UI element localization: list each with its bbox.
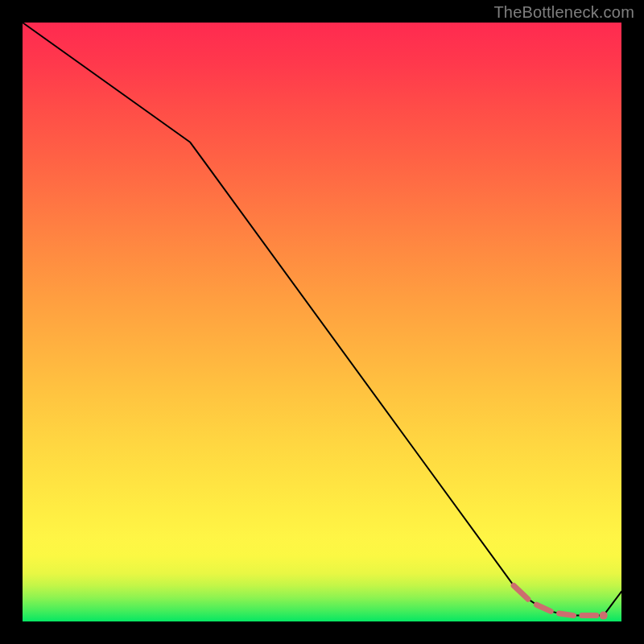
svg-line-1: [536, 605, 551, 611]
highlight-dashes: [514, 585, 597, 615]
bottleneck-curve: [23, 23, 621, 616]
chart-stage: TheBottleneck.com: [0, 0, 644, 644]
svg-line-2: [559, 613, 574, 616]
watermark-text: TheBottleneck.com: [493, 3, 634, 22]
svg-line-0: [514, 585, 528, 599]
chart-svg: [23, 23, 621, 621]
highlight-dot: [600, 612, 608, 620]
plot-area: [23, 23, 621, 621]
